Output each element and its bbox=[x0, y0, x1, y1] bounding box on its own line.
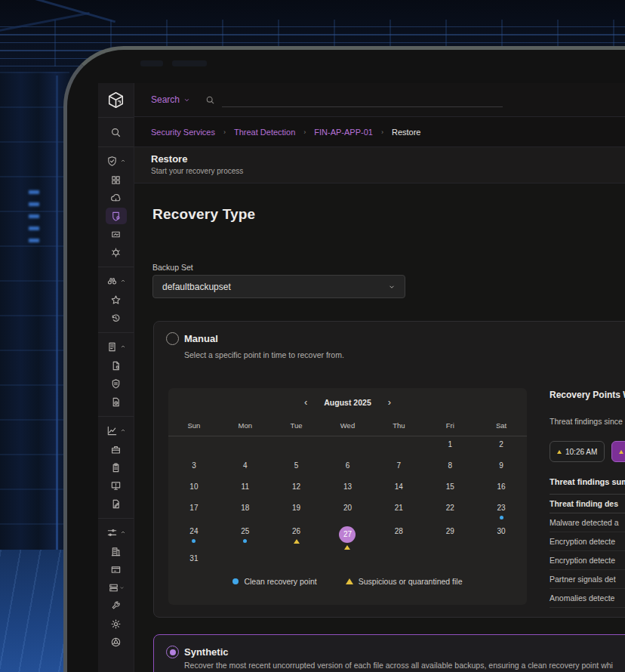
calendar-week-row: 17181920212223 bbox=[168, 501, 527, 524]
calendar-day-19[interactable]: 19 bbox=[271, 501, 322, 524]
calendar-day-7[interactable]: 7 bbox=[373, 458, 424, 479]
calendar-day-30[interactable]: 30 bbox=[476, 524, 527, 551]
server-led-glow bbox=[29, 190, 39, 249]
day-number: 11 bbox=[242, 482, 249, 492]
sidebar-section-1-header[interactable] bbox=[98, 271, 134, 291]
calendar-day-18[interactable]: 18 bbox=[220, 501, 271, 524]
sidebar-item-virus[interactable] bbox=[98, 243, 134, 261]
calendar-day-14[interactable]: 14 bbox=[373, 479, 424, 501]
search-scope-dropdown[interactable]: Search bbox=[151, 94, 180, 105]
sidebar-item-briefcase[interactable] bbox=[98, 440, 134, 458]
day-number: 16 bbox=[497, 482, 506, 492]
calendar-day-23[interactable]: 23 bbox=[476, 501, 527, 524]
chevron-down-icon[interactable] bbox=[183, 93, 190, 106]
sidebar-item-star[interactable] bbox=[98, 291, 134, 309]
breadcrumb-item-1[interactable]: Threat Detection bbox=[234, 128, 295, 137]
calendar-day-28[interactable]: 28 bbox=[373, 524, 424, 551]
sidebar-item-shield-zero[interactable] bbox=[98, 207, 134, 225]
day-number: 12 bbox=[292, 482, 300, 492]
sidebar-item-servers[interactable] bbox=[98, 578, 134, 596]
app-logo[interactable] bbox=[98, 83, 134, 118]
sidebar-section-3-header[interactable] bbox=[98, 421, 134, 440]
calendar-day-8[interactable]: 8 bbox=[424, 458, 476, 479]
sidebar-item-history[interactable] bbox=[98, 309, 134, 327]
day-number: 2 bbox=[499, 439, 503, 450]
calendar-day-10[interactable]: 10 bbox=[168, 479, 220, 501]
breadcrumb-item-2[interactable]: FIN-AP-APP-01 bbox=[314, 128, 373, 137]
calendar-prev-button[interactable]: ‹ bbox=[303, 397, 309, 407]
sidebar-item-file-badge[interactable] bbox=[98, 356, 134, 375]
calendar-day-16[interactable]: 16 bbox=[476, 479, 527, 501]
calendar-day-4[interactable]: 4 bbox=[220, 458, 271, 479]
calendar-day-5[interactable]: 5 bbox=[271, 458, 322, 479]
manual-option-label[interactable]: Manual bbox=[184, 333, 218, 344]
sidebar-section-3 bbox=[98, 416, 134, 518]
sidebar-section-0-header[interactable] bbox=[98, 151, 134, 171]
sidebar-item-shield-db[interactable] bbox=[98, 375, 134, 393]
calendar-day-9[interactable]: 9 bbox=[476, 458, 527, 479]
calendar-day-29[interactable]: 29 bbox=[424, 524, 476, 551]
calendar-next-button[interactable]: › bbox=[386, 397, 393, 407]
calendar-day-2[interactable]: 2 bbox=[476, 437, 527, 458]
calendar-day-15[interactable]: 15 bbox=[424, 479, 476, 501]
sidebar-item-file-edit[interactable] bbox=[98, 495, 134, 513]
sidebar-item-wrench[interactable] bbox=[98, 596, 134, 615]
main-content: Recovery Type Backup Set defaultbackupse… bbox=[134, 183, 625, 672]
sidebar-item-file-clock[interactable] bbox=[98, 393, 134, 411]
synthetic-option-description: Recover the most recent uncorrupted vers… bbox=[184, 661, 613, 670]
calendar-day-26[interactable]: 26 bbox=[271, 524, 322, 551]
sidebar-section-4-header[interactable] bbox=[98, 522, 134, 542]
calendar-day-11[interactable]: 11 bbox=[220, 479, 271, 501]
backup-set-select[interactable]: defaultbackupset bbox=[152, 275, 405, 298]
synthetic-radio[interactable] bbox=[166, 646, 179, 658]
cube-logo-icon bbox=[106, 91, 125, 109]
calendar-day-1[interactable]: 1 bbox=[424, 437, 476, 458]
calendar-day-empty bbox=[373, 551, 424, 572]
calendar-day-empty bbox=[220, 551, 271, 572]
sidebar-section-4 bbox=[98, 518, 134, 656]
sidebar-item-clipboard[interactable] bbox=[98, 458, 134, 476]
sidebar-item-grid[interactable] bbox=[98, 171, 134, 189]
search-input[interactable] bbox=[222, 106, 503, 107]
calendar-day-3[interactable]: 3 bbox=[168, 458, 220, 479]
sidebar-item-globe[interactable] bbox=[98, 633, 134, 651]
manual-radio[interactable] bbox=[166, 332, 179, 345]
bezel-slot bbox=[140, 60, 163, 66]
calendar-day-25[interactable]: 25 bbox=[220, 524, 271, 551]
sidebar-item-monitor-alert[interactable] bbox=[98, 476, 134, 495]
sidebar-item-snapshot[interactable] bbox=[98, 225, 134, 243]
calendar-day-24[interactable]: 24 bbox=[168, 524, 220, 551]
chevron-up-icon bbox=[120, 427, 126, 433]
sidebar-item-gear[interactable] bbox=[98, 615, 134, 633]
calendar-grid: 1234567891011121314151617181920212223242… bbox=[168, 437, 527, 572]
sidebar-item-building[interactable] bbox=[98, 542, 134, 560]
sidebar-search-button[interactable] bbox=[98, 118, 134, 147]
calendar-day-6[interactable]: 6 bbox=[322, 458, 374, 479]
calendar-day-20[interactable]: 20 bbox=[322, 501, 374, 524]
breadcrumb: Security Services›Threat Detection›FIN-A… bbox=[134, 117, 625, 147]
day-number: 4 bbox=[243, 461, 248, 471]
calendar-day-27[interactable]: 27 bbox=[322, 524, 374, 551]
recovery-point-chip-1[interactable]: 03 bbox=[611, 441, 625, 462]
sidebar-section-0 bbox=[98, 147, 134, 267]
calendar-day-22[interactable]: 22 bbox=[424, 501, 476, 524]
sidebar-section-1 bbox=[98, 267, 134, 332]
calendar-day-17[interactable]: 17 bbox=[168, 501, 220, 524]
day-number: 25 bbox=[241, 526, 249, 537]
day-number: 18 bbox=[241, 503, 249, 513]
legend-label: Clean recovery point bbox=[244, 577, 316, 586]
synthetic-option-label[interactable]: Synthetic bbox=[184, 646, 229, 658]
file-clock-icon bbox=[110, 396, 122, 408]
sidebar-section-2 bbox=[98, 332, 134, 416]
threat-findings-since-label: Threat findings since bbox=[550, 417, 623, 426]
sidebar-section-2-header[interactable] bbox=[98, 337, 134, 356]
recovery-point-chip-0[interactable]: 10:26 AM bbox=[550, 441, 605, 462]
breadcrumb-item-0[interactable]: Security Services bbox=[151, 128, 215, 137]
calendar-day-13[interactable]: 13 bbox=[322, 479, 374, 501]
calendar-day-12[interactable]: 12 bbox=[271, 479, 322, 501]
sidebar-item-terminal[interactable] bbox=[98, 560, 134, 578]
sidebar-item-cloud[interactable] bbox=[98, 189, 134, 207]
building-icon bbox=[110, 546, 122, 557]
calendar-day-21[interactable]: 21 bbox=[373, 501, 424, 524]
calendar-day-31[interactable]: 31 bbox=[168, 551, 220, 572]
